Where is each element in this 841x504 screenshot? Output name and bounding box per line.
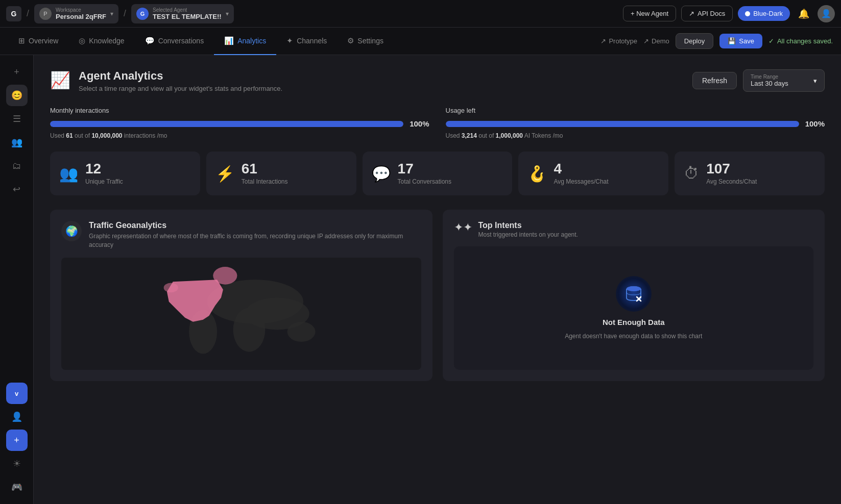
conversations-icon: 💬 bbox=[145, 36, 155, 45]
theme-button[interactable]: Blue-Dark bbox=[738, 6, 790, 21]
deploy-button[interactable]: Deploy bbox=[676, 33, 713, 49]
monthly-bar-bg bbox=[50, 121, 403, 127]
monthly-interactions-label: Monthly interactions bbox=[50, 107, 429, 114]
svg-point-7 bbox=[164, 283, 178, 292]
intents-title: Top Intents bbox=[478, 221, 578, 230]
svg-point-6 bbox=[213, 267, 237, 285]
sidebar-item-files[interactable]: 🗂 bbox=[6, 155, 28, 177]
user-avatar[interactable]: 👤 bbox=[818, 5, 835, 22]
check-icon: ✓ bbox=[768, 37, 774, 45]
new-agent-button[interactable]: + New Agent bbox=[623, 6, 676, 21]
sidebar-item-add[interactable]: + bbox=[6, 61, 28, 83]
monthly-interactions-card: Monthly interactions 100% Used 61 out of… bbox=[50, 107, 429, 139]
analytics-title-text: Agent Analytics Select a time range and … bbox=[79, 69, 282, 92]
unique-traffic-label: Unique Traffic bbox=[85, 178, 123, 185]
tab-channels-label: Channels bbox=[297, 37, 327, 45]
time-range-value: Last 30 days bbox=[751, 80, 788, 87]
tokens-total: 1,000,000 bbox=[496, 132, 523, 139]
knowledge-icon: ◎ bbox=[79, 36, 85, 45]
channels-icon: ✦ bbox=[286, 36, 293, 45]
workspace-name: Personal 2qFRF bbox=[56, 13, 106, 20]
stat-avg-seconds: ⏱ 107 Avg Seconds/Chat bbox=[675, 152, 825, 195]
no-data-title: Not Enough Data bbox=[603, 318, 665, 326]
geo-map-svg bbox=[61, 258, 421, 370]
settings-icon: ⚙ bbox=[347, 36, 354, 45]
no-data-db-icon bbox=[616, 276, 652, 312]
api-docs-button[interactable]: ↗ API Docs bbox=[681, 6, 733, 21]
intents-card: ✦✦ Top Intents Most triggered intents on… bbox=[443, 210, 825, 381]
nav-tabs: ⊞ Overview ◎ Knowledge 💬 Conversations 📊… bbox=[0, 28, 841, 55]
unique-traffic-value: 12 bbox=[85, 162, 123, 176]
monthly-detail: Used 61 out of 10,000,000 interactions /… bbox=[50, 132, 429, 139]
notification-bell-icon[interactable]: 🔔 bbox=[795, 5, 812, 22]
agent-name: TEST EL TEMPLATE!! bbox=[153, 13, 222, 20]
workspace-selector[interactable]: P Workspace Personal 2qFRF ▾ bbox=[34, 4, 118, 23]
tab-knowledge[interactable]: ◎ Knowledge bbox=[68, 28, 134, 55]
tokens-detail: Used 3,214 out of 1,000,000 AI Tokens /m… bbox=[446, 132, 825, 139]
sidebar-item-profile[interactable]: 👤 bbox=[6, 406, 28, 427]
total-conversations-value: 17 bbox=[398, 162, 451, 176]
theme-label: Blue-Dark bbox=[753, 10, 783, 17]
tab-settings[interactable]: ⚙ Settings bbox=[337, 28, 394, 55]
usage-section: Monthly interactions 100% Used 61 out of… bbox=[50, 107, 825, 139]
intents-text: Top Intents Most triggered intents on yo… bbox=[478, 221, 578, 238]
save-button[interactable]: 💾 Save bbox=[719, 34, 762, 48]
analytics-header: 📈 Agent Analytics Select a time range an… bbox=[50, 69, 825, 92]
api-docs-arrow-icon: ↗ bbox=[689, 10, 694, 17]
agent-label: Selected Agent bbox=[153, 7, 222, 13]
analytics-controls: Refresh Time Range Last 30 days ▾ bbox=[692, 69, 825, 92]
tokens-card: Usage left 100% Used 3,214 out of 1,000,… bbox=[446, 107, 825, 139]
demo-link[interactable]: ↗ Demo bbox=[643, 37, 669, 45]
tab-channels[interactable]: ✦ Channels bbox=[276, 28, 337, 55]
stat-cards: 👥 12 Unique Traffic ⚡ 61 Total Interacti… bbox=[50, 152, 825, 195]
tab-settings-label: Settings bbox=[357, 37, 383, 45]
avg-messages-label: Avg Messages/Chat bbox=[554, 178, 608, 185]
time-range-label: Time Range bbox=[751, 74, 809, 80]
prototype-link-icon: ↗ bbox=[600, 37, 606, 45]
svg-point-3 bbox=[233, 308, 266, 351]
refresh-button[interactable]: Refresh bbox=[692, 72, 737, 89]
sparkle-icon: ✦✦ bbox=[454, 221, 472, 234]
prototype-label: Prototype bbox=[609, 37, 637, 45]
workspace-text: Workspace Personal 2qFRF bbox=[56, 7, 106, 20]
unique-traffic-icon: 👥 bbox=[59, 165, 78, 183]
workspace-icon: P bbox=[39, 8, 52, 20]
sidebar-item-version[interactable]: v bbox=[6, 383, 28, 404]
intents-subtitle: Most triggered intents on your agent. bbox=[478, 231, 578, 238]
prototype-link[interactable]: ↗ Prototype bbox=[600, 37, 637, 45]
tab-conversations[interactable]: 💬 Conversations bbox=[135, 28, 214, 55]
stat-avg-messages: 🪝 4 Avg Messages/Chat bbox=[518, 152, 668, 195]
tab-overview[interactable]: ⊞ Overview bbox=[8, 28, 68, 55]
all-saved-label: All changes saved. bbox=[777, 37, 833, 45]
tab-conversations-label: Conversations bbox=[158, 37, 204, 45]
sidebar-item-discord[interactable]: 🎮 bbox=[6, 476, 28, 498]
tab-analytics-label: Analytics bbox=[237, 37, 266, 45]
workspace-label: Workspace bbox=[56, 7, 106, 13]
intents-chart-area: Not Enough Data Agent doesn't have enoug… bbox=[454, 246, 814, 370]
sidebar-item-return[interactable]: ↩ bbox=[6, 179, 28, 200]
breadcrumb-sep-1: / bbox=[27, 8, 29, 19]
time-range-text: Time Range Last 30 days bbox=[751, 74, 809, 87]
db-x-svg bbox=[623, 284, 644, 304]
sidebar-item-sun[interactable]: ☀ bbox=[6, 453, 28, 474]
agent-selector[interactable]: G Selected Agent TEST EL TEMPLATE!! ▾ bbox=[131, 4, 234, 23]
main-content: 📈 Agent Analytics Select a time range an… bbox=[34, 55, 841, 504]
sidebar-item-plus[interactable]: + bbox=[6, 430, 28, 451]
stat-total-conversations: 💬 17 Total Conversations bbox=[363, 152, 513, 195]
tab-knowledge-label: Knowledge bbox=[89, 37, 124, 45]
tab-analytics[interactable]: 📊 Analytics bbox=[214, 28, 276, 55]
demo-label: Demo bbox=[652, 37, 669, 45]
theme-circle-icon bbox=[745, 11, 750, 16]
analytics-subtitle: Select a time range and view all your wi… bbox=[79, 85, 282, 92]
sidebar-item-list[interactable]: ☰ bbox=[6, 108, 28, 130]
stat-info-avg-seconds: 107 Avg Seconds/Chat bbox=[706, 162, 757, 185]
sidebar-item-face[interactable]: 😊 bbox=[6, 85, 28, 106]
avg-seconds-label: Avg Seconds/Chat bbox=[706, 178, 757, 185]
analytics-title: Agent Analytics bbox=[79, 69, 282, 83]
stat-unique-traffic: 👥 12 Unique Traffic bbox=[50, 152, 200, 195]
sidebar-item-users[interactable]: 👥 bbox=[6, 132, 28, 153]
monthly-bar-fill bbox=[50, 121, 403, 127]
time-range-dropdown[interactable]: Time Range Last 30 days ▾ bbox=[743, 69, 825, 92]
analytics-chart-icon: 📈 bbox=[50, 70, 70, 90]
tokens-unit: AI Tokens /mo bbox=[524, 132, 563, 139]
